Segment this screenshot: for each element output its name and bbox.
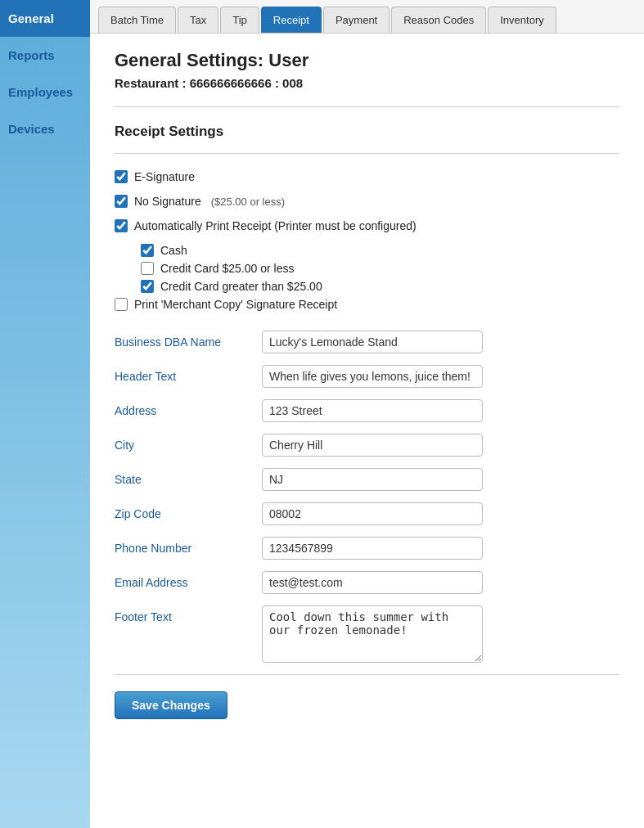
tab-reason-codes[interactable]: Reason Codes — [391, 7, 486, 33]
business-dba-row: Business DBA Name — [115, 331, 619, 353]
form-section: Business DBA Name Header Text Address Ci… — [115, 331, 619, 663]
content-area: General Settings: User Restaurant : 6666… — [90, 34, 644, 828]
phone-number-input[interactable] — [262, 537, 483, 560]
credit-card-less-row: Credit Card $25.00 or less — [141, 262, 619, 275]
no-signature-sublabel: ($25.00 or less) — [211, 196, 285, 208]
tab-receipt[interactable]: Receipt — [261, 7, 322, 33]
cash-row: Cash — [141, 244, 619, 257]
business-dba-label: Business DBA Name — [115, 331, 262, 349]
sidebar-item-general[interactable]: General — [0, 0, 90, 37]
tab-bar: Batch Time Tax Tip Receipt Payment Reaso… — [90, 0, 644, 34]
footer-text-row: Footer Text Cool down this summer with o… — [115, 605, 619, 663]
save-button[interactable]: Save Changes — [115, 691, 227, 719]
main-content: Batch Time Tax Tip Receipt Payment Reaso… — [90, 0, 644, 828]
sidebar-item-reports[interactable]: Reports — [0, 37, 90, 74]
no-signature-label: No Signature — [134, 195, 201, 208]
sidebar-item-devices[interactable]: Devices — [0, 110, 90, 147]
email-address-row: Email Address — [115, 571, 619, 594]
email-address-input[interactable] — [262, 571, 483, 594]
footer-text-input[interactable]: Cool down this summer with our frozen le… — [262, 605, 483, 663]
state-input[interactable] — [262, 468, 483, 491]
credit-card-greater-label: Credit Card greater than $25.00 — [160, 280, 322, 293]
esignature-row: E-Signature — [115, 170, 619, 183]
divider-settings — [115, 153, 619, 154]
esignature-label: E-Signature — [134, 170, 195, 183]
city-row: City — [115, 434, 619, 457]
cash-label: Cash — [160, 244, 187, 257]
merchant-copy-checkbox[interactable] — [115, 298, 128, 311]
sub-checkboxes: Cash Credit Card $25.00 or less Credit C… — [141, 244, 619, 293]
tab-tax[interactable]: Tax — [178, 7, 218, 33]
restaurant-info: Restaurant : 666666666666 : 008 — [115, 76, 619, 90]
phone-number-row: Phone Number — [115, 537, 619, 560]
section-title-receipt: Receipt Settings — [115, 124, 619, 140]
state-label: State — [115, 468, 262, 486]
address-label: Address — [115, 399, 262, 417]
tab-batch-time[interactable]: Batch Time — [98, 7, 176, 33]
city-input[interactable] — [262, 434, 483, 457]
zip-code-label: Zip Code — [115, 502, 262, 520]
credit-card-greater-checkbox[interactable] — [141, 280, 154, 293]
tab-payment[interactable]: Payment — [323, 7, 390, 33]
divider-top — [115, 106, 619, 107]
auto-print-checkbox[interactable] — [115, 219, 128, 232]
page-title: General Settings: User — [115, 50, 619, 71]
credit-card-less-checkbox[interactable] — [141, 262, 154, 275]
save-section: Save Changes — [115, 674, 619, 727]
credit-card-less-label: Credit Card $25.00 or less — [160, 262, 294, 275]
sidebar: General Reports Employees Devices — [0, 0, 90, 828]
email-address-label: Email Address — [115, 571, 262, 589]
state-row: State — [115, 468, 619, 491]
zip-code-row: Zip Code — [115, 502, 619, 525]
address-row: Address — [115, 399, 619, 422]
sidebar-item-employees[interactable]: Employees — [0, 74, 90, 110]
no-signature-row: No Signature ($25.00 or less) — [115, 195, 619, 208]
address-input[interactable] — [262, 399, 483, 422]
merchant-copy-label: Print 'Merchant Copy' Signature Receipt — [134, 298, 337, 311]
business-dba-input[interactable] — [262, 331, 483, 353]
header-text-label: Header Text — [115, 365, 262, 383]
footer-text-label: Footer Text — [115, 605, 262, 623]
auto-print-row: Automatically Print Receipt (Printer mus… — [115, 219, 619, 232]
auto-print-label: Automatically Print Receipt (Printer mus… — [134, 219, 417, 232]
no-signature-checkbox[interactable] — [115, 195, 128, 208]
phone-number-label: Phone Number — [115, 537, 262, 555]
credit-card-greater-row: Credit Card greater than $25.00 — [141, 280, 619, 293]
header-text-row: Header Text — [115, 365, 619, 388]
esignature-checkbox[interactable] — [115, 170, 128, 183]
tab-tip[interactable]: Tip — [220, 7, 259, 33]
tab-inventory[interactable]: Inventory — [488, 7, 556, 33]
zip-code-input[interactable] — [262, 502, 483, 525]
city-label: City — [115, 434, 262, 452]
merchant-copy-row: Print 'Merchant Copy' Signature Receipt — [115, 298, 619, 311]
cash-checkbox[interactable] — [141, 244, 154, 257]
header-text-input[interactable] — [262, 365, 483, 388]
